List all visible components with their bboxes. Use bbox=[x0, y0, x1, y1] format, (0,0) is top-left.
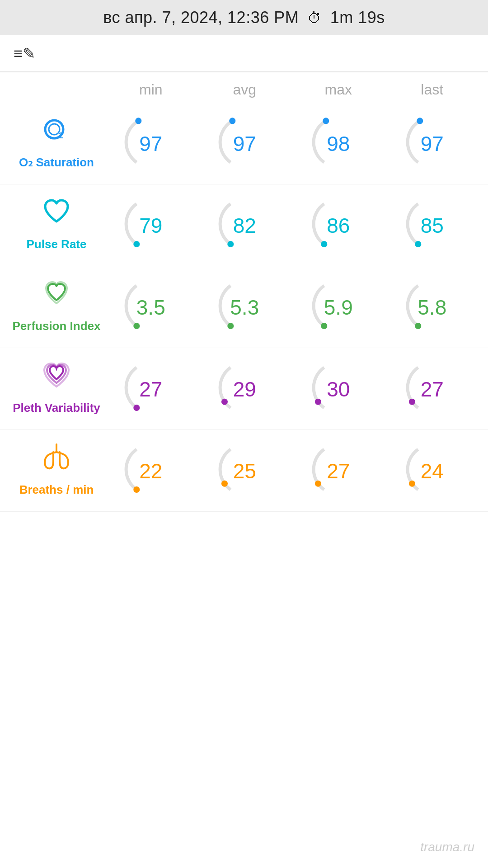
timer: 1m 19s bbox=[330, 8, 385, 27]
gauge-container: 30 bbox=[305, 355, 371, 420]
svg-point-1 bbox=[49, 124, 60, 135]
gauge-container: 5.8 bbox=[399, 273, 465, 339]
gauge-container: 97 bbox=[399, 109, 465, 175]
metric-label-breaths: Breaths / min bbox=[9, 442, 104, 497]
metric-label-pleth: Pleth Variability bbox=[9, 360, 104, 415]
gauge-value: 30 bbox=[327, 377, 350, 401]
svg-text:2: 2 bbox=[59, 131, 63, 140]
svg-point-9 bbox=[321, 241, 328, 247]
metric-icon-perfusion bbox=[41, 278, 72, 315]
svg-point-8 bbox=[227, 241, 234, 247]
toolbar: ≡✎ bbox=[0, 35, 488, 71]
gauge-cell: 27 bbox=[104, 355, 198, 420]
gauge-cell: 97 bbox=[198, 109, 292, 175]
svg-point-17 bbox=[315, 399, 321, 405]
metric-label-o2: 2 O₂ Saturation bbox=[9, 115, 104, 170]
gauge-value: 27 bbox=[327, 458, 350, 483]
svg-point-22 bbox=[315, 481, 321, 487]
gauge-cell: 3.5 bbox=[104, 273, 198, 339]
col-min: min bbox=[104, 81, 198, 98]
column-headers: min avg max last bbox=[0, 77, 488, 103]
gauge-value: 97 bbox=[233, 131, 256, 156]
gauge-container: 29 bbox=[212, 355, 277, 420]
gauge-container: 97 bbox=[212, 109, 277, 175]
datetime: вс апр. 7, 2024, 12:36 PM bbox=[103, 8, 299, 27]
divider bbox=[0, 71, 488, 72]
gauge-cell: 27 bbox=[291, 437, 385, 502]
gauge-cell: 5.8 bbox=[385, 273, 479, 339]
svg-point-10 bbox=[415, 241, 421, 247]
gauge-value: 27 bbox=[421, 377, 444, 401]
gauge-value: 24 bbox=[421, 458, 444, 483]
status-bar: вс апр. 7, 2024, 12:36 PM ⏱ 1m 19s bbox=[0, 0, 488, 35]
svg-point-3 bbox=[136, 118, 142, 124]
watermark: trauma.ru bbox=[420, 840, 474, 854]
gauge-cell: 27 bbox=[385, 355, 479, 420]
gauge-value: 86 bbox=[327, 213, 350, 237]
col-max: max bbox=[291, 81, 385, 98]
gauge-value: 5.8 bbox=[418, 295, 446, 319]
svg-point-7 bbox=[134, 241, 140, 247]
gauge-cell: 22 bbox=[104, 437, 198, 502]
col-last: last bbox=[385, 81, 479, 98]
svg-point-11 bbox=[134, 323, 140, 329]
gauge-value: 98 bbox=[327, 131, 350, 156]
gauge-cell: 97 bbox=[385, 109, 479, 175]
timer-icon: ⏱ bbox=[307, 10, 322, 27]
edit-list-icon[interactable]: ≡✎ bbox=[14, 44, 35, 62]
gauge-cell: 25 bbox=[198, 437, 292, 502]
svg-point-15 bbox=[134, 405, 140, 411]
gauge-cell: 82 bbox=[198, 191, 292, 257]
gauge-cell: 86 bbox=[291, 191, 385, 257]
metric-row-pulse: Pulse Rate 79 82 bbox=[0, 187, 488, 266]
svg-point-16 bbox=[221, 399, 228, 405]
gauge-value: 27 bbox=[139, 377, 162, 401]
metric-name-pleth: Pleth Variability bbox=[13, 401, 100, 415]
gauge-value: 25 bbox=[233, 458, 256, 483]
gauge-value: 3.5 bbox=[136, 295, 165, 319]
metric-row-perfusion: Perfusion Index 3.5 5.3 bbox=[0, 269, 488, 348]
gauge-cell: 30 bbox=[291, 355, 385, 420]
gauge-container: 22 bbox=[118, 437, 183, 502]
metric-label-pulse: Pulse Rate bbox=[9, 197, 104, 251]
gauge-container: 86 bbox=[305, 191, 371, 257]
gauge-container: 97 bbox=[118, 109, 183, 175]
svg-point-5 bbox=[323, 118, 329, 124]
gauge-value: 22 bbox=[139, 458, 162, 483]
gauge-cell: 79 bbox=[104, 191, 198, 257]
gauge-value: 97 bbox=[139, 131, 162, 156]
gauge-container: 5.3 bbox=[212, 273, 277, 339]
gauge-container: 79 bbox=[118, 191, 183, 257]
gauge-value: 5.3 bbox=[230, 295, 259, 319]
metric-label-perfusion: Perfusion Index bbox=[9, 278, 104, 333]
gauge-value: 29 bbox=[233, 377, 256, 401]
metric-icon-o2: 2 bbox=[41, 115, 72, 151]
col-avg: avg bbox=[198, 81, 292, 98]
gauge-container: 27 bbox=[118, 355, 183, 420]
gauge-cell: 98 bbox=[291, 109, 385, 175]
metric-name-o2: O₂ Saturation bbox=[19, 156, 94, 170]
gauge-value: 97 bbox=[421, 131, 444, 156]
metric-name-pulse: Pulse Rate bbox=[27, 237, 87, 251]
gauge-container: 27 bbox=[305, 437, 371, 502]
gauge-cell: 97 bbox=[104, 109, 198, 175]
gauge-cell: 29 bbox=[198, 355, 292, 420]
svg-point-14 bbox=[415, 323, 421, 329]
metric-name-perfusion: Perfusion Index bbox=[12, 319, 100, 333]
metric-row-breaths: Breaths / min 22 25 bbox=[0, 432, 488, 512]
gauge-container: 27 bbox=[399, 355, 465, 420]
gauge-cell: 5.9 bbox=[291, 273, 385, 339]
gauge-cell: 85 bbox=[385, 191, 479, 257]
svg-point-21 bbox=[221, 481, 228, 487]
gauge-container: 5.9 bbox=[305, 273, 371, 339]
gauge-container: 82 bbox=[212, 191, 277, 257]
svg-point-12 bbox=[227, 323, 234, 329]
svg-point-20 bbox=[134, 486, 140, 493]
gauge-value: 82 bbox=[233, 213, 256, 237]
metric-name-breaths: Breaths / min bbox=[19, 483, 94, 497]
metric-icon-pleth bbox=[41, 360, 72, 396]
metric-row-pleth: Pleth Variability 27 29 bbox=[0, 350, 488, 430]
metric-icon-pulse bbox=[41, 197, 72, 233]
svg-point-23 bbox=[409, 481, 415, 487]
metric-row-o2: 2 O₂ Saturation 97 97 bbox=[0, 105, 488, 184]
